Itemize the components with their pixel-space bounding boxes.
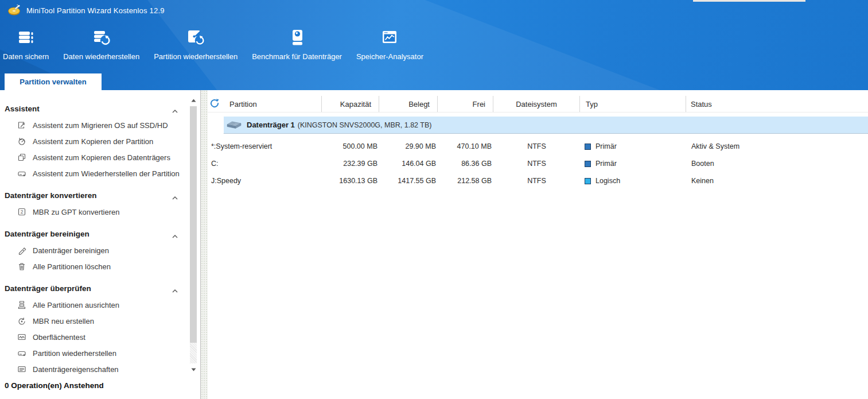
sidebar-item-label: Alle Partitionen löschen bbox=[33, 262, 111, 271]
sidebar-item-label: Oberflächentest bbox=[33, 333, 85, 342]
sidebar-item-surface-test[interactable]: Oberflächentest bbox=[0, 329, 186, 345]
sidebar-scroll-area: Assistent Assistent zum Migrieren OS auf… bbox=[0, 90, 186, 377]
cell-type: Primär bbox=[580, 155, 686, 172]
disk-details: (KINGSTON SNVS2000G, MBR, 1.82 TB) bbox=[298, 121, 432, 129]
cell-type: Primär bbox=[580, 138, 686, 155]
sidebar-item-mbr-to-gpt[interactable]: 2 MBR zu GPT konvertieren bbox=[0, 204, 186, 220]
scrollbar-up-arrow[interactable] bbox=[190, 98, 197, 103]
svg-text:2: 2 bbox=[21, 209, 24, 215]
hard-disk-icon bbox=[226, 120, 242, 130]
partition-row-c[interactable]: C: 232.39 GB 146.04 GB 86.36 GB NTFS Pri… bbox=[208, 155, 868, 172]
sidebar-item-migrate-os[interactable]: Assistent zum Migrieren OS auf SSD/HD bbox=[0, 117, 186, 133]
sidebar-item-copy-partition-wizard[interactable]: Assistent zum Kopieren der Partition bbox=[0, 133, 186, 149]
pane-splitter[interactable] bbox=[200, 90, 208, 399]
sidebar-item-partition-recovery[interactable]: Partition wiederherstellen bbox=[0, 345, 186, 361]
sidebar-item-partition-recovery-wizard[interactable]: Assistent zum Wiederherstellen der Parti… bbox=[0, 165, 186, 181]
sidebar-item-label: Assistent zum Migrieren OS auf SSD/HD bbox=[33, 121, 168, 130]
sidebar-section-konvertieren: Datenträger konvertieren 2 MBR zu G bbox=[0, 189, 186, 220]
restore-partition-icon bbox=[186, 27, 205, 48]
cell-free: 86.36 GB bbox=[438, 155, 493, 172]
mbr-to-gpt-icon: 2 bbox=[17, 207, 26, 216]
toolbar-button-restore-data[interactable]: Daten wiederherstellen bbox=[63, 21, 139, 61]
cell-partition: *:System-reserviert bbox=[208, 138, 322, 155]
toolbar-button-space-analyzer[interactable]: Speicher-Analysator bbox=[356, 21, 423, 61]
column-header-belegt[interactable]: Belegt bbox=[379, 96, 438, 112]
toolbar-button-restore-partition[interactable]: Partition wiederherstellen bbox=[154, 21, 238, 61]
copy-partition-wizard-icon bbox=[17, 137, 26, 146]
titlebar: MiniTool Partition Wizard Kostenlos 12.9 bbox=[0, 0, 868, 21]
column-header-dateisystem[interactable]: Dateisystem bbox=[493, 96, 580, 112]
sidebar-section-items: 2 MBR zu GPT konvertieren bbox=[0, 201, 186, 220]
section-title: Datenträger konvertieren bbox=[5, 191, 97, 200]
disk-benchmark-icon bbox=[287, 27, 307, 48]
cell-capacity: 232.39 GB bbox=[322, 155, 379, 172]
chevron-up-icon bbox=[172, 286, 178, 295]
disk-name: Datenträger 1 bbox=[247, 121, 295, 129]
partition-type-square bbox=[585, 161, 591, 167]
tab-label: Partition verwalten bbox=[20, 78, 86, 86]
sidebar-section-header-konvertieren[interactable]: Datenträger konvertieren bbox=[0, 189, 186, 201]
section-title: Datenträger bereinigen bbox=[5, 230, 89, 238]
partition-type-label: Primär bbox=[595, 142, 617, 150]
sidebar-item-copy-disk-wizard[interactable]: Assistent zum Kopieren des Datenträgers bbox=[0, 149, 186, 165]
cell-filesystem: NTFS bbox=[493, 155, 580, 172]
sidebar-section-header-ueberpruefen[interactable]: Datenträger überprüfen bbox=[0, 282, 186, 294]
sidebar-section-items: Alle Partitionen ausrichten MBR neu erst… bbox=[0, 294, 186, 377]
sidebar-section-header-bereinigen[interactable]: Datenträger bereinigen bbox=[0, 228, 186, 239]
sidebar-item-rebuild-mbr[interactable]: MBR neu erstellen bbox=[0, 313, 186, 329]
partition-row-system-reserviert[interactable]: *:System-reserviert 500.00 MB 29.90 MB 4… bbox=[208, 138, 868, 155]
pending-operations-status: 0 Operation(en) Anstehend bbox=[5, 381, 104, 390]
sidebar-item-align-partitions[interactable]: Alle Partitionen ausrichten bbox=[0, 297, 186, 313]
restore-data-icon bbox=[92, 27, 111, 48]
scrollbar-down-arrow[interactable] bbox=[190, 367, 197, 373]
app-window: MiniTool Partition Wizard Kostenlos 12.9… bbox=[0, 0, 868, 399]
column-header-frei[interactable]: Frei bbox=[438, 96, 493, 112]
sidebar-section-items: Datenträger bereinigen Alle Partitionen … bbox=[0, 239, 186, 274]
sidebar-item-delete-all-partitions[interactable]: Alle Partitionen löschen bbox=[0, 258, 186, 274]
toolbar-button-label: Benchmark für Datenträger bbox=[252, 52, 342, 61]
sidebar-item-label: Datenträger bereinigen bbox=[33, 246, 109, 255]
sidebar-item-label: Datenträgereigenschaften bbox=[33, 365, 119, 374]
cell-status: Aktiv & System bbox=[686, 138, 868, 155]
sidebar-item-disk-properties[interactable]: Datenträgereigenschaften bbox=[0, 361, 186, 377]
window-title: MiniTool Partition Wizard Kostenlos 12.9 bbox=[26, 6, 165, 15]
wipe-disk-icon bbox=[17, 246, 26, 255]
sidebar: Assistent Assistent zum Migrieren OS auf… bbox=[0, 90, 200, 399]
toolbar-button-label: Daten sichern bbox=[3, 52, 49, 61]
disk-row-datentraeger-1[interactable]: Datenträger 1 (KINGSTON SNVS2000G, MBR, … bbox=[224, 117, 868, 134]
surface-test-icon bbox=[17, 332, 26, 342]
rebuild-mbr-icon bbox=[17, 316, 26, 326]
tab-partition-verwalten[interactable]: Partition verwalten bbox=[5, 73, 102, 90]
copy-disk-wizard-icon bbox=[17, 153, 26, 162]
sidebar-section-ueberpruefen: Datenträger überprüfen Alle Partitionen … bbox=[0, 282, 186, 377]
column-header-status[interactable]: Status bbox=[686, 96, 868, 112]
toolbar-button-disk-benchmark[interactable]: Benchmark für Datenträger bbox=[252, 21, 342, 61]
column-header-partition[interactable]: Partition bbox=[208, 96, 322, 112]
partition-type-square bbox=[585, 178, 591, 184]
sidebar-section-header-assistent[interactable]: Assistent bbox=[0, 103, 186, 114]
cell-partition: C: bbox=[208, 155, 322, 172]
section-title: Datenträger überprüfen bbox=[5, 284, 91, 293]
column-header-kapazitaet[interactable]: Kapazität bbox=[322, 96, 379, 112]
cell-used: 29.90 MB bbox=[379, 138, 438, 155]
partition-type-label: Primär bbox=[595, 160, 617, 168]
toolbar-button-backup-data[interactable]: Daten sichern bbox=[3, 21, 49, 61]
sidebar-scrollbar bbox=[189, 90, 198, 377]
chevron-up-icon bbox=[172, 193, 178, 202]
backup-data-icon bbox=[16, 27, 36, 48]
partition-row-j-speedy[interactable]: J:Speedy 1630.13 GB 1417.55 GB 212.58 GB… bbox=[208, 172, 868, 189]
cell-used: 1417.55 GB bbox=[379, 172, 438, 189]
column-header-typ[interactable]: Typ bbox=[580, 96, 686, 112]
sidebar-item-label: Assistent zum Wiederherstellen der Parti… bbox=[33, 169, 180, 178]
section-title: Assistent bbox=[5, 104, 40, 113]
cell-status: Keinen bbox=[686, 172, 868, 189]
scrollbar-thumb[interactable] bbox=[190, 106, 197, 343]
cell-filesystem: NTFS bbox=[493, 172, 580, 189]
toolbar-button-label: Speicher-Analysator bbox=[356, 52, 423, 61]
sidebar-item-label: Alle Partitionen ausrichten bbox=[33, 301, 119, 309]
cell-capacity: 1630.13 GB bbox=[322, 172, 379, 189]
main-panel: Partition Kapazität Belegt Frei Dateisys… bbox=[208, 90, 868, 399]
sidebar-item-wipe-disk[interactable]: Datenträger bereinigen bbox=[0, 242, 186, 258]
cell-type: Logisch bbox=[580, 172, 686, 189]
chevron-up-icon bbox=[172, 231, 178, 240]
